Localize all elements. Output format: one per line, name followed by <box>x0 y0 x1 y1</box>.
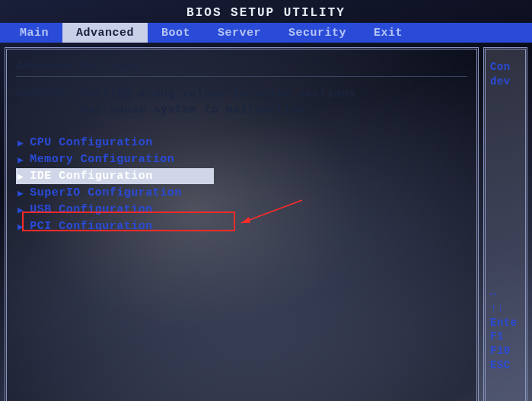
menu-item-label: PCI Configuration <box>30 220 153 233</box>
tab-exit[interactable]: Exit <box>360 23 416 43</box>
tab-boot[interactable]: Boot <box>148 23 204 43</box>
menu-item-superio-configuration[interactable]: ▶ SuperIO Configuration <box>16 185 467 201</box>
menu-item-label: CPU Configuration <box>30 136 153 149</box>
tab-server[interactable]: Server <box>204 23 275 43</box>
tab-security[interactable]: Security <box>275 23 360 43</box>
triangle-right-icon: ▶ <box>18 187 24 199</box>
tab-label: Server <box>218 27 261 40</box>
triangle-right-icon: ▶ <box>18 221 24 233</box>
menu-item-label: Memory Configuration <box>30 153 174 166</box>
top-tabs: Main Advanced Boot Server Security Exit <box>0 23 532 43</box>
content-panel: Advanced Settings WARNING: Setting wrong… <box>5 47 479 401</box>
tab-label: Advanced <box>76 27 134 40</box>
triangle-right-icon: ▶ <box>18 170 24 183</box>
menu-item-pci-configuration[interactable]: ▶ PCI Configuration <box>16 218 467 234</box>
menu-item-label: USB Configuration <box>30 203 153 216</box>
tab-advanced[interactable]: Advanced <box>62 23 148 43</box>
warning-text: WARNING: Setting wrong values in below s… <box>16 86 467 118</box>
panel-heading: Advanced Settings <box>16 60 467 73</box>
menu-item-memory-configuration[interactable]: ▶ Memory Configuration <box>16 151 467 167</box>
menu-item-ide-configuration[interactable]: ▶ IDE Configuration <box>16 168 214 184</box>
menu-item-label: SuperIO Configuration <box>30 186 182 199</box>
spacer <box>490 89 521 287</box>
tab-label: Boot <box>161 27 190 40</box>
main-area: Advanced Settings WARNING: Setting wrong… <box>5 47 527 401</box>
tab-main[interactable]: Main <box>6 23 62 43</box>
utility-title: BIOS SETUP UTILITY <box>0 0 532 23</box>
triangle-right-icon: ▶ <box>18 137 24 149</box>
triangle-right-icon: ▶ <box>18 204 24 216</box>
divider <box>16 76 467 77</box>
menu-item-cpu-configuration[interactable]: ▶ CPU Configuration <box>16 135 467 151</box>
tab-label: Security <box>288 27 346 40</box>
menu-item-label: IDE Configuration <box>30 170 153 183</box>
tab-label: Main <box>20 27 49 40</box>
help-panel: Con dev ↔ ↑↓ Ente F1 F10 ESC <box>483 47 527 401</box>
bios-screen: BIOS SETUP UTILITY Main Advanced Boot Se… <box>0 0 532 401</box>
menu-item-usb-configuration[interactable]: ▶ USB Configuration <box>16 202 467 218</box>
tab-label: Exit <box>374 27 403 40</box>
help-hint-top: Con dev <box>490 60 521 89</box>
help-hint-keys: ↔ ↑↓ Ente F1 F10 ESC <box>490 287 521 373</box>
triangle-right-icon: ▶ <box>18 154 24 166</box>
